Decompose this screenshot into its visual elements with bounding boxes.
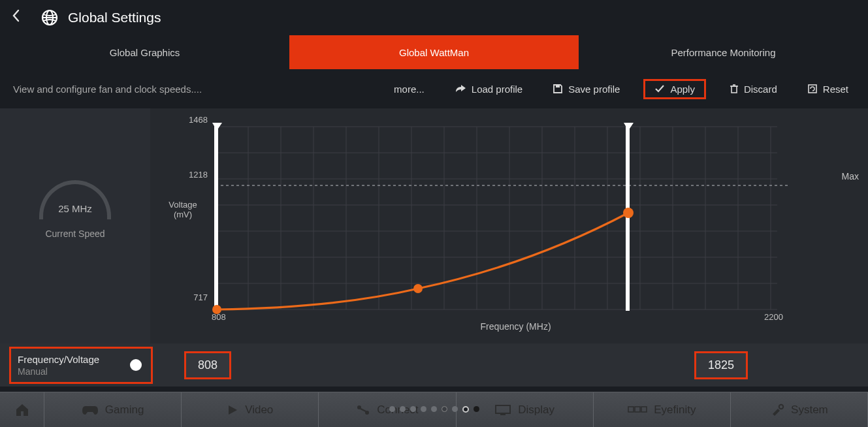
display-icon	[494, 404, 511, 416]
svg-rect-45	[496, 405, 510, 413]
y-tick: 717	[175, 293, 208, 302]
tab-global-graphics[interactable]: Global Graphics	[0, 35, 289, 69]
back-button[interactable]	[12, 9, 21, 26]
reset-label: Reset	[823, 84, 848, 95]
apply-button[interactable]: Apply	[643, 79, 706, 99]
svg-rect-4	[731, 86, 737, 93]
trash-icon	[730, 84, 739, 94]
save-profile-label: Save profile	[568, 84, 620, 95]
svg-rect-7	[809, 85, 816, 93]
discard-button[interactable]: Discard	[723, 80, 784, 99]
tools-icon	[770, 403, 784, 417]
freq-voltage-mode-toggle[interactable]: Frequency/Voltage Manual	[9, 347, 153, 384]
y-tick: 1468	[175, 115, 208, 125]
svg-rect-37	[626, 125, 630, 311]
radio-dot-icon	[130, 359, 142, 371]
freq-max-input[interactable]: 1825	[694, 351, 748, 379]
y-axis-label: Voltage (mV)	[163, 200, 202, 219]
home-icon	[14, 403, 30, 417]
page-title: Global Settings	[68, 10, 161, 25]
reset-button[interactable]: Reset	[801, 80, 855, 99]
play-icon	[227, 404, 238, 416]
svg-point-41	[623, 208, 634, 218]
load-profile-label: Load profile	[472, 84, 522, 95]
freq-voltage-chart[interactable]: Voltage (mV) 1468 1218 717 Max	[150, 108, 868, 343]
svg-rect-47	[628, 407, 634, 412]
svg-line-44	[361, 409, 366, 411]
tab-global-wattman[interactable]: Global WattMan	[289, 35, 579, 69]
svg-rect-35	[214, 125, 218, 311]
gamepad-icon	[82, 404, 99, 416]
nav-label: Video	[245, 403, 273, 417]
globe-icon	[40, 8, 59, 27]
share-arrow-icon	[455, 84, 466, 93]
y-tick: 1218	[175, 170, 208, 180]
svg-rect-49	[641, 407, 647, 412]
nav-label: System	[791, 403, 828, 417]
freq-min-input[interactable]: 808	[184, 351, 231, 379]
x-tick: 808	[212, 312, 226, 322]
nav-gaming[interactable]: Gaming	[44, 392, 182, 427]
load-profile-button[interactable]: Load profile	[448, 80, 529, 99]
svg-rect-3	[556, 85, 560, 87]
nav-home[interactable]	[0, 392, 44, 427]
svg-point-50	[779, 404, 783, 408]
page-dots	[389, 406, 479, 413]
connect-icon	[356, 404, 370, 416]
nav-label: Eyefinity	[654, 403, 696, 417]
tab-performance-monitoring[interactable]: Performance Monitoring	[579, 35, 868, 69]
more-button[interactable]: more...	[387, 80, 431, 99]
speed-gauge-icon: 25 MHz	[39, 180, 111, 219]
save-profile-button[interactable]: Save profile	[546, 80, 626, 99]
fv-title: Frequency/Voltage	[18, 354, 99, 365]
nav-system[interactable]: System	[731, 392, 868, 427]
current-speed-panel: 25 MHz Current Speed	[0, 108, 150, 343]
discard-label: Discard	[744, 84, 777, 95]
max-label: Max	[842, 171, 859, 182]
check-icon	[654, 84, 665, 93]
nav-label: Gaming	[105, 403, 144, 417]
nav-video[interactable]: Video	[182, 392, 319, 427]
svg-point-40	[413, 284, 423, 293]
multi-display-icon	[628, 405, 647, 415]
speed-label: Current Speed	[45, 229, 104, 239]
nav-eyefinity[interactable]: Eyefinity	[594, 392, 731, 427]
speed-value: 25 MHz	[58, 203, 92, 214]
nav-label: Display	[518, 403, 555, 417]
x-axis-label: Frequency (MHz)	[189, 321, 842, 332]
reset-icon	[807, 84, 818, 94]
save-icon	[553, 84, 563, 94]
svg-rect-48	[635, 407, 640, 412]
x-tick: 2200	[764, 312, 783, 322]
apply-label: Apply	[670, 84, 695, 95]
fv-mode: Manual	[18, 366, 99, 377]
subbar-description: View and configure fan and clock speeds.…	[13, 84, 202, 95]
